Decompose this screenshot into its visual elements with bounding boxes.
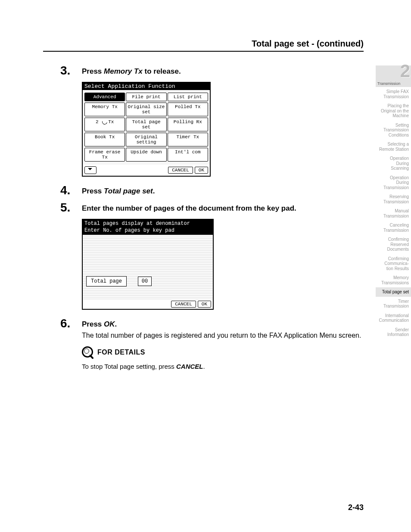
screenshot-app-function: Select Application Function Advanced Fil… — [82, 82, 211, 177]
sidebar-item[interactable]: Operation During Scanning — [376, 154, 411, 173]
sidebar-item[interactable]: Reserving Transmission — [376, 192, 411, 206]
scr2-header: Total pages display at denominator Enter… — [83, 220, 213, 235]
step-4-title: Press Total page set. — [82, 187, 155, 195]
text: To stop Total page setting, press — [82, 363, 176, 370]
sidebar-item[interactable]: Memory Transmissions — [376, 273, 411, 287]
emphasis: CANCEL — [176, 363, 203, 370]
cancel-button[interactable]: CANCEL — [168, 167, 193, 174]
ok-button[interactable]: OK — [195, 167, 208, 174]
text: Press — [82, 320, 104, 328]
step-6: 6. Press OK. The total number of pages i… — [60, 317, 366, 341]
ok-button[interactable]: OK — [198, 301, 211, 308]
sidebar-item[interactable]: Operation During Transmission — [376, 173, 411, 193]
btn-list-print[interactable]: List print — [168, 93, 208, 101]
total-page-value[interactable]: 00 — [138, 277, 152, 286]
sidebar-item[interactable]: Placing the Original on the Machine — [376, 101, 411, 121]
step-5-text: Enter the number of pages of the documen… — [82, 204, 366, 213]
sidebar-item[interactable]: Confirming Reserved Documents — [376, 235, 411, 254]
step-number: 5. — [60, 202, 82, 214]
step-number: 4. — [60, 184, 82, 196]
step-number: 6. — [60, 317, 82, 330]
btn-polled-tx[interactable]: Polled Tx — [168, 103, 208, 116]
text: . — [153, 187, 155, 195]
step-3: 3. Press Memory Tx to release. — [60, 65, 366, 77]
emphasis: Memory Tx — [104, 67, 143, 75]
text: Press — [82, 67, 104, 75]
btn-memory-tx[interactable]: Memory Tx — [84, 103, 125, 116]
sidebar-item[interactable]: Confirming Communica- tion Results — [376, 254, 411, 274]
magnifier-icon — [82, 346, 94, 358]
emphasis: Total page set — [104, 187, 153, 195]
page-number: 2-43 — [348, 503, 364, 512]
btn-upside-down[interactable]: Upside down — [126, 148, 166, 162]
text: to release. — [143, 67, 181, 75]
scroll-down-icon[interactable] — [84, 166, 97, 174]
sidebar-item[interactable]: Selecting a Remote Station — [376, 140, 411, 154]
text: . — [115, 320, 117, 328]
sidebar-item[interactable]: Timer Transmission — [376, 297, 411, 311]
sidebar: 2 Transmission Simple FAX TransmissionPl… — [376, 65, 411, 339]
text: Press — [82, 187, 104, 195]
btn-frame-erase-tx[interactable]: Frame erase Tx — [84, 148, 125, 162]
details-label: FOR DETAILS — [97, 348, 145, 356]
btn-file-print[interactable]: File print — [126, 93, 166, 101]
emphasis: OK — [104, 320, 115, 328]
screenshot-total-page: Total pages display at denominator Enter… — [82, 219, 214, 310]
chapter-tab[interactable]: 2 Transmission — [376, 65, 411, 87]
sidebar-item[interactable]: Setting Transmission Conditions — [376, 121, 411, 140]
handset-icon — [101, 118, 108, 125]
chapter-label: Transmission — [377, 81, 400, 86]
step-6-title: Press OK. — [82, 320, 117, 328]
sidebar-item[interactable]: Total page set — [376, 287, 411, 297]
header-rule — [43, 51, 364, 52]
total-page-label: Total page — [86, 276, 127, 286]
step-6-body: The total number of pages is registered … — [82, 330, 366, 341]
details-text: To stop Total page setting, press CANCEL… — [82, 363, 366, 370]
text: . — [203, 363, 205, 370]
cancel-button[interactable]: CANCEL — [171, 301, 196, 308]
step-3-title: Press Memory Tx to release. — [82, 67, 181, 75]
sidebar-item[interactable]: Sender Information — [376, 325, 411, 339]
scr2-line1: Total pages display at denominator — [84, 221, 211, 227]
scr1-header: Select Application Function — [83, 83, 210, 90]
btn-original-setting[interactable]: Original setting — [126, 133, 166, 146]
step-4: 4. Press Total page set. — [60, 184, 366, 196]
step-5: 5. Enter the number of pages of the docu… — [60, 202, 366, 214]
btn-timer-tx[interactable]: Timer Tx — [168, 133, 208, 146]
main-content: 3. Press Memory Tx to release. Select Ap… — [60, 65, 366, 370]
scr2-line2: Enter No. of pages by key pad — [84, 227, 211, 234]
step-number: 3. — [60, 65, 82, 77]
btn-2-tx[interactable]: 2 Tx — [84, 118, 125, 131]
btn-intl-com[interactable]: Int'l com — [168, 148, 208, 162]
btn-polling-rx[interactable]: Polling Rx — [168, 118, 208, 131]
sidebar-item[interactable]: Simple FAX Transmission — [376, 87, 411, 101]
btn-total-page-set[interactable]: Total page set — [126, 118, 166, 131]
sidebar-item[interactable]: Canceling Transmission — [376, 221, 411, 235]
sidebar-item[interactable]: International Communication — [376, 311, 411, 325]
chapter-number: 2 — [400, 62, 410, 80]
sidebar-item[interactable]: Manual Transmission — [376, 206, 411, 221]
details-block: FOR DETAILS — [82, 346, 366, 358]
btn-book-tx[interactable]: Book Tx — [84, 133, 125, 146]
btn-original-size-set[interactable]: Original size set — [126, 103, 166, 116]
page-header-title: Total page set - (continued) — [252, 39, 364, 49]
btn-advanced[interactable]: Advanced — [84, 93, 125, 101]
